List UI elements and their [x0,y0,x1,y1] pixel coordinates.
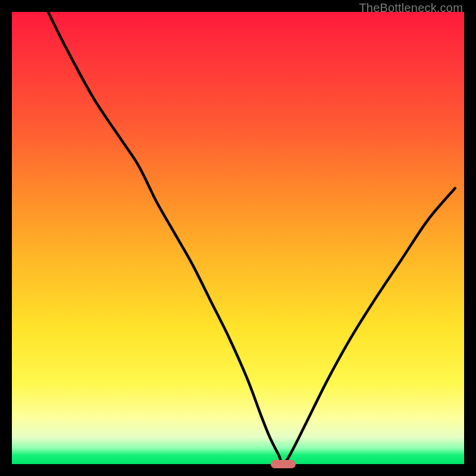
optimal-marker [271,460,296,468]
curve-path [48,12,455,464]
chart-frame: TheBottleneck.com [0,0,476,476]
bottleneck-curve [12,12,464,464]
watermark-text: TheBottleneck.com [359,1,463,15]
chart-plot-area [12,12,464,464]
